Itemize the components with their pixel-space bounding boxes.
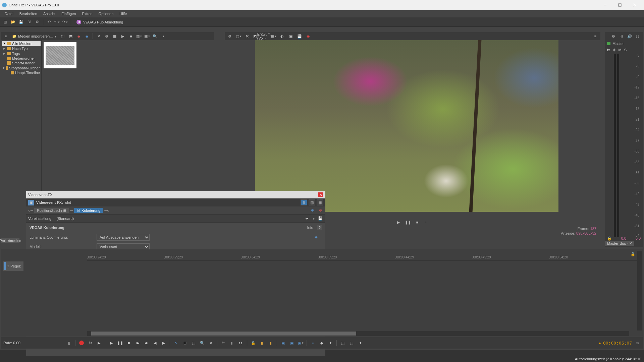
master-solo-button[interactable]: S <box>624 48 627 52</box>
minimize-button[interactable] <box>598 0 612 10</box>
tree-by-type[interactable]: ▸Nach Typ <box>2 46 41 51</box>
menu-edit[interactable]: Bearbeiten <box>17 11 40 16</box>
properties-icon[interactable]: ⚙ <box>104 33 110 39</box>
scroll-thumb[interactable] <box>91 331 356 336</box>
ripple-mode-dropdown[interactable]: ▣ <box>297 340 304 346</box>
save-preset-icon[interactable]: 💾 <box>317 216 323 222</box>
timecode-value[interactable]: 00:00:06;07 <box>603 341 632 346</box>
master-fx-button[interactable]: fx <box>607 48 610 52</box>
remove-all-icon[interactable]: ◆ <box>76 33 82 39</box>
downmix-icon[interactable]: ⇊ <box>619 33 625 39</box>
open-icon[interactable]: 📂 <box>10 19 16 25</box>
meters-icon[interactable]: ⫾⫾ <box>635 33 641 39</box>
option-b-icon[interactable]: ◆ <box>318 340 325 346</box>
dim-icon[interactable]: 🔊 <box>627 33 633 39</box>
hub-logout-button[interactable]: H VEGAS Hub Abmeldung <box>74 19 126 25</box>
fx-view-properties-button[interactable]: ▯ <box>301 199 307 205</box>
add-fx-icon[interactable]: ⊕ <box>309 207 315 214</box>
fx-close-button[interactable]: ✕ <box>318 192 323 197</box>
pause-button[interactable]: ❚❚ <box>117 340 123 346</box>
timeline-ruler[interactable]: ,00:00:24;29 ,00:00:29;29 ,00:00:34;29 ,… <box>87 251 637 261</box>
preview-device-icon[interactable]: ▢ <box>235 33 241 39</box>
get-media-icon[interactable]: ⬒ <box>68 33 74 39</box>
fx-nav-icon[interactable]: ▣ <box>28 200 34 205</box>
master-mute-button[interactable]: M <box>619 48 622 52</box>
option-a-icon[interactable]: ▫ <box>310 340 316 346</box>
fx-node-colorize[interactable]: ☑Kolorierung <box>74 208 103 213</box>
preview-menu-icon[interactable]: ≡ <box>592 33 598 39</box>
marker-b-icon[interactable]: ▮ <box>267 340 274 346</box>
prev-frame-button[interactable]: ◀ <box>152 340 158 346</box>
menu-insert[interactable]: Einfügen <box>59 11 78 16</box>
luminance-dropdown[interactable]: Auf Ausgabe anwenden <box>97 234 150 241</box>
preset-dropdown[interactable]: (Standard) <box>55 215 310 222</box>
video-output-fx-icon[interactable]: fx <box>244 33 250 39</box>
snap-icon[interactable]: ⊢ <box>220 340 227 346</box>
play-button[interactable]: ▶ <box>108 340 115 346</box>
lock-icon[interactable]: 🔒 <box>607 236 612 241</box>
preview-settings-icon[interactable]: ⚙ <box>227 33 233 39</box>
copy-snapshot-icon[interactable]: ▣ <box>288 33 294 39</box>
record-button[interactable] <box>78 340 85 346</box>
stop-media-icon[interactable]: ■ <box>128 33 134 39</box>
stop-icon[interactable]: ■ <box>414 219 420 225</box>
play-media-icon[interactable]: ▶ <box>120 33 126 39</box>
capture-icon[interactable]: ⬚ <box>60 33 66 39</box>
overlays-icon[interactable]: ▦ <box>270 33 276 39</box>
menu-help[interactable]: Hilfe <box>117 11 129 16</box>
option-c-icon[interactable]: ✦ <box>327 340 334 346</box>
zoom-tool[interactable]: 🔍 <box>199 340 206 346</box>
master-settings-icon[interactable]: ⚙ <box>610 33 616 39</box>
fx-node-position[interactable]: Position/Zuschnitt <box>34 208 69 213</box>
master-bus-tab[interactable]: Master-Bus ▫ ✕ <box>605 241 634 246</box>
media-fx-icon[interactable]: ◆ <box>84 33 90 39</box>
auto-crossfade-icon[interactable]: ▣ <box>280 340 286 346</box>
auto-ripple-icon[interactable]: ⫾⫾ <box>237 340 244 346</box>
fx-dialog-titlebar[interactable]: Videoevent-FX ✕ <box>26 191 325 198</box>
track-header[interactable]: 1 Pegel: <box>3 261 23 271</box>
project-media-tab[interactable]: Projektmedien <box>1 238 19 243</box>
save-icon[interactable]: 💾 <box>18 19 24 25</box>
menu-file[interactable]: Datei <box>2 11 16 16</box>
option-f-icon[interactable]: ✦ <box>357 340 364 346</box>
menu-view[interactable]: Ansicht <box>41 11 58 16</box>
tree-tags[interactable]: ▸Tags <box>2 51 41 56</box>
menu-extras[interactable]: Extras <box>79 11 95 16</box>
tree-main-timeline[interactable]: Haupt-Timeline <box>2 70 41 75</box>
tree-media-folder[interactable]: Medienordner <box>2 56 41 61</box>
lock-envelope-icon[interactable]: 🔒 <box>250 340 257 346</box>
delete-icon[interactable]: ✕ <box>208 340 214 346</box>
search-options-icon[interactable] <box>160 33 166 39</box>
close-button[interactable] <box>627 0 642 10</box>
add-bin-icon[interactable]: ▦ <box>112 33 118 39</box>
undo-history-dropdown[interactable]: ↶ <box>54 19 60 25</box>
media-thumb[interactable] <box>44 42 76 68</box>
sort-icon[interactable]: ▦ <box>144 33 150 39</box>
go-start-button[interactable]: ⏮ <box>134 340 141 346</box>
search-icon[interactable]: 🔍 <box>152 33 158 39</box>
play-icon[interactable]: ▶ <box>395 219 401 225</box>
timecode-mode-icon[interactable]: ▭ <box>634 340 641 346</box>
play-start-button[interactable]: ▶ <box>96 340 102 346</box>
record-indicator-icon[interactable]: ◉ <box>305 33 311 39</box>
toggle-icon[interactable]: ◐ <box>279 33 285 39</box>
timeline-vscroll[interactable] <box>637 251 642 330</box>
envelope-tool[interactable]: ⊞ <box>181 340 188 346</box>
selection-tool[interactable]: ⬚ <box>190 340 197 346</box>
master-insert-button[interactable]: ❋ <box>613 48 616 52</box>
refresh-icon[interactable]: ✕ <box>96 33 102 39</box>
go-end-button[interactable]: ⏭ <box>143 340 150 346</box>
quantize-icon[interactable]: ⫿ <box>229 340 235 346</box>
new-project-icon[interactable]: ▥ <box>2 19 8 25</box>
tree-all-media[interactable]: ▾Alle Medien <box>2 41 41 46</box>
maximize-button[interactable] <box>612 0 627 10</box>
undo-icon[interactable]: ↶ <box>46 19 52 25</box>
keyframe-icon[interactable]: ◆ <box>315 235 320 240</box>
save-snapshot-icon[interactable]: 💾 <box>297 33 303 39</box>
model-dropdown[interactable]: Verbessert <box>97 243 150 250</box>
marker-a-icon[interactable]: ▮ <box>259 340 265 346</box>
pause-icon[interactable]: ❚❚ <box>405 219 411 225</box>
render-icon[interactable]: ⇲ <box>26 19 32 25</box>
loop-button[interactable]: ↻ <box>87 340 94 346</box>
timeline-hscroll[interactable] <box>87 331 629 336</box>
